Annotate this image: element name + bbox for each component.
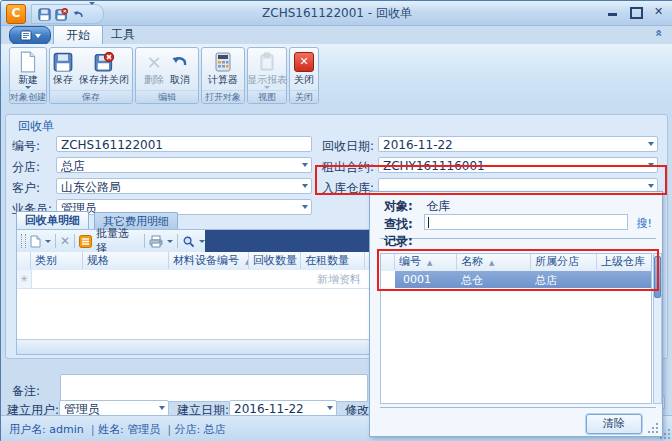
column-header-on-rent-qty[interactable]: 在租数量 (301, 252, 365, 269)
chevron-down-icon[interactable] (327, 406, 333, 410)
warehouse-label: 入库仓库: (320, 180, 374, 197)
clipboard-report-icon (258, 51, 276, 73)
groupbox-title: 回收单 (18, 118, 54, 135)
chevron-down-icon[interactable] (648, 142, 654, 146)
close-form-button[interactable]: ✕ 关闭 (292, 50, 316, 86)
sort-asc-icon: ▲ (427, 259, 432, 267)
ribbon: 新建 对象创建 保存 保存并关闭 (1, 44, 672, 111)
calculator-icon (213, 51, 233, 73)
search-icon[interactable] (182, 235, 195, 248)
window-title: ZCHS161122001 - 回收单 (1, 5, 672, 22)
customer-combobox[interactable]: 山东公路局 (56, 178, 312, 194)
print-dropdown-icon[interactable] (167, 240, 173, 243)
divider (380, 407, 656, 408)
search-dropdown-icon[interactable] (199, 240, 205, 243)
new-document-icon (18, 51, 38, 73)
ribbon-group-open-object: 计算器 打开对象 (201, 47, 245, 104)
ribbon-tab-start[interactable]: 开始 (53, 25, 103, 44)
grid-new-dropdown-icon[interactable] (45, 240, 51, 243)
print-icon[interactable] (149, 235, 163, 248)
text-cursor (428, 217, 429, 228)
app-menu-button[interactable] (9, 26, 51, 45)
chevron-down-icon[interactable] (302, 184, 308, 188)
lookup-records-table: 编号▲ 名称▲ 所属分店 上级仓库 0001 总仓 总店 (380, 253, 652, 404)
ribbon-group-edit: ✕ 删除 取消 编辑 (135, 47, 199, 104)
show-report-button[interactable]: 显示报表 (245, 50, 289, 90)
new-row-hint: 新增资料 (303, 272, 365, 287)
lookup-column-code[interactable]: 编号▲ (395, 254, 457, 270)
lookup-column-parent-warehouse[interactable]: 上级仓库 (597, 254, 651, 270)
lookup-search-input[interactable] (424, 214, 628, 230)
object-label: 对象: (384, 198, 413, 215)
calculator-button[interactable]: 计算器 (206, 50, 240, 86)
ribbon-tab-row: 开始 工具 « (1, 25, 672, 44)
lookup-search-button[interactable]: 搜! (637, 216, 652, 231)
records-label: 记录: (384, 233, 413, 250)
scrollbar-thumb[interactable] (654, 256, 661, 298)
customer-label: 客户: (12, 180, 40, 197)
ribbon-group-close: ✕ 关闭 关闭 (289, 47, 319, 104)
close-button[interactable]: ✕ (652, 6, 665, 18)
title-bar[interactable]: C ZCHS161122001 - 回收单 ✕ (1, 1, 672, 26)
save-close-icon (94, 51, 114, 73)
maximize-button[interactable] (629, 6, 642, 18)
batch-select-icon[interactable] (79, 235, 92, 248)
recycle-date-combobox[interactable]: 2016-11-22 (378, 136, 658, 152)
column-header-category[interactable]: 类别 (31, 252, 83, 269)
lookup-column-name[interactable]: 名称▲ (457, 254, 531, 270)
row-selector-header (381, 254, 395, 270)
chevron-down-icon[interactable] (159, 406, 165, 410)
panel-resize-grip[interactable] (646, 421, 658, 433)
minimize-button[interactable] (606, 6, 619, 18)
cancel-button[interactable]: 取消 (168, 50, 192, 86)
grid-new-row-icon[interactable] (30, 235, 41, 248)
app-menu-icon (20, 30, 32, 41)
ribbon-collapse-icon[interactable]: « (652, 29, 666, 37)
branch-label: 分店: (12, 159, 40, 176)
lookup-scrollbar[interactable] (653, 253, 662, 404)
lookup-selected-row[interactable]: 0001 总仓 总店 (395, 271, 651, 288)
number-input[interactable]: ZCHS161122001 (56, 136, 312, 152)
ribbon-tab-tools[interactable]: 工具 (99, 25, 147, 43)
sort-asc-icon: ▲ (489, 259, 494, 267)
column-header-recycle-qty[interactable]: 回收数量 (249, 252, 301, 269)
chevron-down-icon[interactable] (302, 163, 308, 167)
chevron-down-icon[interactable] (648, 184, 654, 188)
column-header-spec[interactable]: 规格 (83, 252, 169, 269)
tab-recovery-detail[interactable]: 回收单明细 (16, 211, 89, 229)
lookup-column-branch[interactable]: 所属分店 (531, 254, 597, 270)
row-selector-cell[interactable] (381, 271, 396, 288)
rent-contract-combobox[interactable]: ZCHY161116001 (378, 157, 658, 173)
undo-arrow-icon (170, 51, 190, 73)
number-label: 编号: (12, 138, 40, 155)
new-button[interactable]: 新建 (16, 50, 40, 90)
save-and-close-button[interactable]: 保存并关闭 (77, 50, 131, 86)
divider (380, 238, 656, 239)
delete-x-icon: ✕ (146, 51, 161, 73)
lookup-header-row: 编号▲ 名称▲ 所属分店 上级仓库 (381, 254, 651, 272)
new-row-marker-icon: ✳ (17, 270, 32, 288)
rent-contract-label: 租出合约: (320, 159, 374, 176)
remark-textarea[interactable] (60, 374, 368, 402)
app-window: C ZCHS161122001 - 回收单 ✕ 开始 工具 « (0, 0, 672, 441)
search-label: 查找: (384, 216, 413, 233)
toolbar-drag-handle[interactable] (21, 234, 26, 248)
create-user-combobox[interactable]: 管理员 (59, 400, 169, 416)
row-selector-header (17, 252, 31, 269)
red-close-icon: ✕ (294, 52, 314, 72)
chevron-down-icon[interactable] (648, 163, 654, 167)
grid-delete-icon[interactable]: ✕ (60, 234, 70, 248)
remark-label: 备注: (12, 383, 40, 400)
ribbon-group-create: 新建 对象创建 (9, 47, 47, 104)
clear-button[interactable]: 清除 (586, 414, 642, 434)
chevron-down-icon[interactable] (302, 205, 308, 209)
branch-combobox[interactable]: 总店 (56, 157, 312, 173)
object-value: 仓库 (426, 198, 450, 215)
ribbon-group-save: 保存 保存并关闭 保存 (49, 47, 133, 104)
create-date-combobox[interactable]: 2016-11-22 (229, 400, 337, 416)
recycle-date-label: 回收日期: (320, 138, 374, 155)
save-button[interactable]: 保存 (51, 50, 75, 86)
column-header-equipment-no[interactable]: 材料设备编号▲ (169, 252, 249, 269)
status-text: 用户名: admin ｜姓名: 管理员 ｜分店: 总店 (9, 422, 226, 437)
delete-button[interactable]: ✕ 删除 (142, 50, 166, 86)
